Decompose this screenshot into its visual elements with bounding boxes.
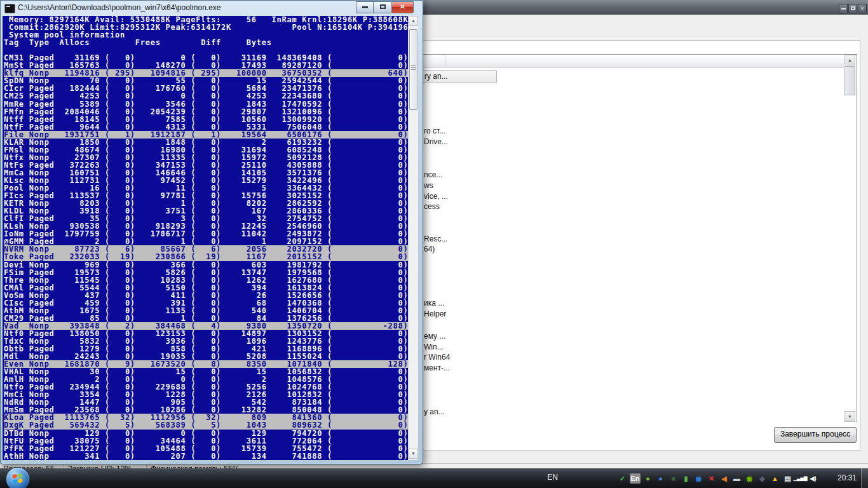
network-globe-icon[interactable]: ●: [655, 473, 666, 484]
minimize-icon[interactable]: [839, 4, 848, 13]
console-title: C:\Users\Anton\Downloads\poolmon_win7\x6…: [18, 3, 221, 12]
nvidia-settings-icon[interactable]: ◉: [744, 473, 755, 484]
process-description-fragment[interactable]: Helper: [424, 309, 446, 318]
start-button[interactable]: [6, 467, 30, 488]
process-description-fragment[interactable]: cess: [424, 202, 440, 211]
pool-row-DTBd: DTBd Nonp 129 ( 0) 0 ( 0) 129 794720 ( 0…: [4, 430, 408, 437]
minimize-icon[interactable]: [356, 1, 374, 13]
pool-row-FMfn: FMfn Paged 2084046 ( 0) 2054239 ( 0) 298…: [4, 108, 408, 116]
close-icon[interactable]: ✕: [391, 1, 414, 13]
antivirus-icon[interactable]: ●: [642, 473, 653, 484]
pool-row-Devi: Devi Nonp 969 ( 0) 366 ( 0) 603 1981792 …: [4, 261, 408, 269]
close-icon[interactable]: ✕: [858, 4, 867, 13]
pool-row-Ntff: Ntff Paged 18145 ( 0) 7585 ( 0) 10560 13…: [4, 116, 408, 123]
process-list-column-header[interactable]: [417, 55, 844, 68]
console-titlebar[interactable]: C:\Users\Anton\Downloads\poolmon_win7\x6…: [1, 1, 423, 15]
google-drive-icon[interactable]: ▲: [770, 473, 780, 484]
pool-row-Toke: Toke Paged 232033 ( 19) 230866 ( 19) 116…: [4, 253, 408, 261]
pool-row-CIsc: CIsc Paged 459 ( 0) 391 ( 0) 68 1470368 …: [4, 299, 408, 307]
console-scrollbar[interactable]: ▲ ▼: [408, 16, 418, 460]
pool-row-DxgK: DxgK Paged 569432 ( 5) 568389 ( 5) 1043 …: [4, 421, 408, 429]
end-process-button[interactable]: Завершить процесс: [774, 427, 857, 443]
pool-row-NtfF: NtfF Paged 9644 ( 0) 4313 ( 0) 5331 7506…: [4, 123, 408, 131]
language-box-icon[interactable]: En: [630, 473, 641, 484]
process-description-fragment[interactable]: мент-...: [424, 363, 450, 372]
poolmon-console-window[interactable]: C:\Users\Anton\Downloads\poolmon_win7\x6…: [0, 0, 423, 464]
process-description-fragment[interactable]: Resc...: [424, 234, 447, 243]
error-x-icon[interactable]: ✕: [706, 473, 717, 484]
process-description-fragment[interactable]: ика ...: [424, 299, 444, 308]
pool-row-PfFK: PfFK Paged 121227 ( 0) 105488 ( 0) 15739…: [4, 445, 408, 452]
maximize-icon[interactable]: [374, 1, 391, 13]
column-divider[interactable]: [445, 55, 445, 67]
pool-row-FSim: FSim Paged 19573 ( 0) 5826 ( 0) 13747 19…: [4, 269, 408, 276]
process-list[interactable]: [417, 54, 857, 423]
wireless-icon[interactable]: ◉: [693, 473, 704, 484]
process-description-fragment[interactable]: Win...: [424, 342, 444, 351]
console-output: Memory: 8297164K Avail: 5330488K PageFlt…: [3, 16, 408, 460]
process-description-fragment[interactable]: ему ...: [424, 332, 445, 341]
scroll-down-icon[interactable]: ▼: [844, 411, 855, 422]
selected-process-row[interactable]: ry an...: [418, 70, 497, 83]
pool-row-CM25: CM25 Paged 4253 ( 0) 0 ( 0) 4253 2234368…: [4, 92, 408, 100]
taskbar-clock[interactable]: 20:31: [837, 473, 857, 482]
pool-table-header: Tag Type Allocs Frees Diff Bytes: [4, 39, 408, 46]
clipboard-icon[interactable]: ▤: [782, 473, 793, 484]
pool-row-NtFU: NtFU Paged 38075 ( 0) 34464 ( 0) 3611 77…: [4, 437, 408, 445]
pool-row-KLAR: KLAR Nonp 1850 ( 0) 1848 ( 0) 2 6193232 …: [4, 139, 408, 146]
show-desktop-button[interactable]: [861, 468, 868, 488]
process-description-fragment[interactable]: ws: [424, 181, 433, 190]
scrollbar-thumb[interactable]: [844, 66, 855, 95]
signal-strength-icon[interactable]: ▁▃▅▇: [795, 473, 806, 484]
process-description-fragment[interactable]: 64): [424, 245, 435, 254]
display-settings-icon[interactable]: ▬: [731, 473, 742, 484]
windows-flag-icon: [12, 473, 23, 484]
pool-row-VoSm: VoSm Nonp 437 ( 0) 411 ( 0) 26 1526656 (…: [4, 292, 408, 299]
task-manager-caption-buttons: ✕: [838, 1, 867, 13]
pool-row-Thre: Thre Nonp 11545 ( 0) 10283 ( 0) 1262 162…: [4, 276, 408, 284]
app-grid-icon[interactable]: ■: [668, 473, 679, 484]
console-caption-buttons: ✕: [356, 1, 414, 13]
process-description-fragment[interactable]: Drive...: [424, 137, 448, 146]
background-app-icon[interactable]: ◆: [757, 473, 768, 484]
system-tray: ✓En●●■▮◉✕◀▬◉◆▲▤▁▃▅▇◀): [617, 471, 818, 486]
process-description-fragment[interactable]: vice, ...: [424, 192, 448, 201]
safely-remove-icon[interactable]: ✓: [617, 473, 628, 484]
process-description-fragment[interactable]: го ст...: [424, 126, 445, 135]
language-indicator[interactable]: EN: [547, 473, 558, 482]
pool-row-File: File Nonp 1931751 ( 1) 1912187 ( 1) 1956…: [4, 131, 408, 139]
process-description-fragment[interactable]: r Win64: [424, 353, 450, 362]
maximize-icon[interactable]: [848, 4, 857, 13]
pool-row-MmRe: MmRe Paged 5389 ( 0) 3546 ( 0) 1843 1747…: [4, 100, 408, 108]
console-icon: [4, 4, 15, 13]
scroll-up-icon[interactable]: ▲: [844, 55, 855, 65]
audio-manager-icon[interactable]: ◀: [719, 473, 729, 484]
process-description-fragment[interactable]: y an...: [424, 407, 445, 416]
scrollbar-thumb[interactable]: [409, 29, 417, 110]
process-description-fragment[interactable]: nce...: [424, 170, 442, 179]
phone-sync-icon[interactable]: ▮: [681, 473, 691, 484]
pool-row-CMAl: CMAl Paged 5544 ( 0) 5150 ( 0) 394 16138…: [4, 284, 408, 292]
volume-icon[interactable]: ◀): [808, 473, 818, 484]
scroll-down-icon[interactable]: ▼: [409, 449, 418, 459]
pool-row-AthH: AthH Nonp 341 ( 0) 207 ( 0) 134 741888 (…: [4, 452, 408, 460]
scroll-up-icon[interactable]: ▲: [409, 16, 418, 26]
